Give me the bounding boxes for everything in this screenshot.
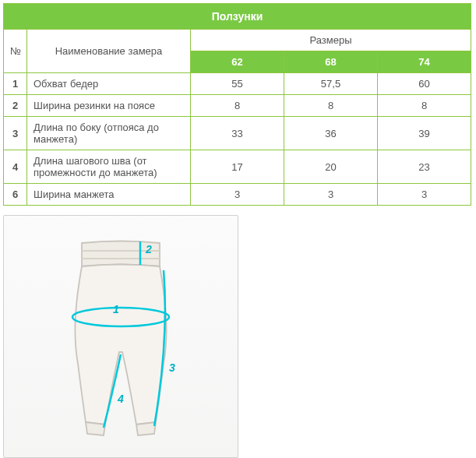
- row-val: 8: [191, 95, 284, 117]
- diagram-label-3: 3: [169, 361, 175, 374]
- row-name: Ширина манжета: [27, 184, 191, 206]
- diagram-label-1: 1: [113, 303, 119, 315]
- diagram-label-4: 4: [117, 393, 124, 405]
- pants-diagram-svg: 1 2 3 4: [4, 216, 238, 457]
- col-sizes-header: Размеры: [191, 30, 471, 51]
- row-val: 8: [284, 95, 378, 117]
- table-row: 2 Ширина резинки на поясе 8 8 8: [4, 95, 471, 117]
- table-row: 4 Длина шагового шва (от промежности до …: [4, 150, 471, 184]
- table-row: 1 Обхват бедер 55 57,5 60: [4, 73, 471, 95]
- row-num: 3: [4, 117, 27, 150]
- row-name: Ширина резинки на поясе: [27, 95, 191, 117]
- row-val: 36: [284, 117, 378, 150]
- row-val: 39: [378, 117, 471, 150]
- diagram-label-2: 2: [145, 243, 152, 255]
- table-title: Ползунки: [4, 4, 471, 30]
- row-val: 3: [191, 184, 284, 206]
- row-val: 23: [378, 150, 471, 184]
- row-num: 1: [4, 73, 27, 95]
- row-val: 57,5: [284, 73, 378, 95]
- sizing-table: Ползунки № Наименование замера Размеры 6…: [3, 3, 471, 206]
- col-num-header: №: [4, 30, 27, 73]
- row-num: 6: [4, 184, 27, 206]
- col-name-header: Наименование замера: [27, 30, 191, 73]
- row-val: 33: [191, 117, 284, 150]
- row-val: 55: [191, 73, 284, 95]
- row-val: 3: [378, 184, 471, 206]
- pants-outline: [75, 241, 166, 436]
- row-name: Обхват бедер: [27, 73, 191, 95]
- row-val: 20: [284, 150, 378, 184]
- row-name: Длина шагового шва (от промежности до ма…: [27, 150, 191, 184]
- measurement-diagram: 1 2 3 4: [3, 215, 238, 458]
- table-body: 1 Обхват бедер 55 57,5 60 2 Ширина резин…: [4, 73, 471, 206]
- size-col-2: 74: [378, 51, 471, 73]
- size-col-0: 62: [191, 51, 284, 73]
- row-val: 8: [378, 95, 471, 117]
- row-num: 4: [4, 150, 27, 184]
- row-val: 17: [191, 150, 284, 184]
- table-row: 3 Длина по боку (отпояса до манжета) 33 …: [4, 117, 471, 150]
- row-val: 60: [378, 73, 471, 95]
- size-col-1: 68: [284, 51, 378, 73]
- row-val: 3: [284, 184, 378, 206]
- table-row: 6 Ширина манжета 3 3 3: [4, 184, 471, 206]
- row-name: Длина по боку (отпояса до манжета): [27, 117, 191, 150]
- row-num: 2: [4, 95, 27, 117]
